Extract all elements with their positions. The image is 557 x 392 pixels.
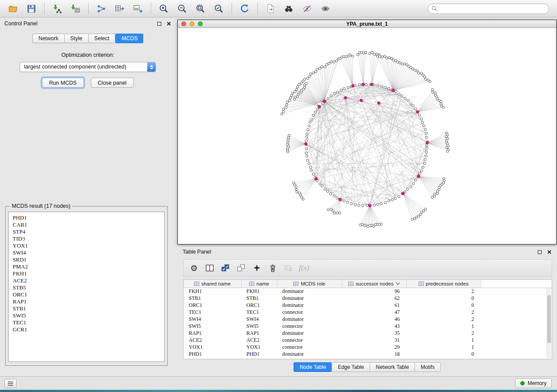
network-node[interactable] [282,111,284,113]
mcds-result-item[interactable]: ORC1 [13,291,160,298]
network-node[interactable] [426,144,428,146]
network-node[interactable] [415,179,417,181]
network-node[interactable] [420,170,422,172]
table-row[interactable]: ACE2ACE2connector311 [183,337,552,344]
optimization-criterion-select[interactable]: largest connected component (undirected) [20,62,156,72]
network-node[interactable] [347,86,349,89]
network-node[interactable] [421,121,423,124]
import-table-button[interactable] [67,1,84,16]
network-node[interactable] [330,61,332,63]
network-node[interactable] [304,78,306,80]
mcds-result-item[interactable]: PHD1 [13,214,160,221]
memory-button[interactable]: Memory [515,378,552,388]
table-row[interactable]: STB1STB1dominator620 [183,295,552,302]
network-node[interactable] [354,203,356,206]
table-scrollbar[interactable] [547,288,551,358]
network-node[interactable] [425,155,427,157]
table-row[interactable]: ORC1ORC1dominator610 [183,302,552,309]
network-node[interactable] [350,203,353,205]
table-settings-button[interactable]: ⚙ [187,261,201,275]
network-node[interactable] [446,150,449,152]
network-node[interactable] [380,203,382,205]
mcds-result-item[interactable]: SWI5 [13,312,160,319]
network-node[interactable] [339,212,341,214]
network-node[interactable] [321,185,323,187]
network-node[interactable] [388,200,390,202]
network-hub-node[interactable] [377,102,380,104]
network-node[interactable] [330,95,332,97]
tab-mcds[interactable]: MCDS [115,34,143,43]
network-node[interactable] [377,203,379,205]
mcds-result-item[interactable]: STB5 [13,284,160,291]
network-hub-node[interactable] [339,198,341,201]
network-node[interactable] [305,140,307,142]
network-node[interactable] [305,136,308,138]
tab-select[interactable]: Select [88,34,116,43]
mcds-result-item[interactable]: ACE2 [13,277,160,284]
network-node[interactable] [298,192,301,194]
network-node[interactable] [295,88,298,90]
network-node[interactable] [424,158,426,161]
network-node[interactable] [336,60,338,62]
network-node[interactable] [362,204,364,206]
network-node[interactable] [333,212,336,214]
network-node[interactable] [303,86,305,89]
column-header-predecessor-nodes[interactable]: predecessor nodes [406,280,481,288]
network-node[interactable] [384,55,386,57]
import-network-button[interactable] [48,1,66,16]
zoom-in-button[interactable] [155,1,173,16]
network-node[interactable] [423,125,425,127]
network-hub-node[interactable] [426,141,429,144]
network-node[interactable] [374,53,376,55]
column-header-successor-nodes[interactable]: successor nodes [342,280,406,288]
table-row[interactable]: TEC1TEC1connector472 [183,309,552,316]
network-node[interactable] [419,172,421,175]
network-node[interactable] [311,118,313,120]
network-node[interactable] [384,202,387,204]
network-node[interactable] [421,211,423,213]
network-node[interactable] [306,155,308,157]
network-node[interactable] [340,89,342,91]
network-node[interactable] [336,197,338,199]
network-node[interactable] [429,80,431,83]
network-node[interactable] [420,118,422,120]
network-node[interactable] [422,166,424,168]
network-node[interactable] [436,192,438,194]
panel-menu-button[interactable] [4,379,17,388]
network-node[interactable] [374,204,376,206]
delete-column-button[interactable] [266,261,280,275]
network-node[interactable] [300,82,302,84]
network-node[interactable] [423,76,426,78]
network-node[interactable] [312,114,314,116]
network-node[interactable] [376,55,378,57]
network-node[interactable] [306,133,308,135]
column-header-mcds-role[interactable]: MCDS role [277,280,342,288]
network-node[interactable] [356,53,359,55]
mcds-result-item[interactable]: YOX1 [13,242,160,249]
mcds-result-item[interactable]: TEC1 [13,319,160,326]
network-node[interactable] [401,95,403,97]
network-node[interactable] [280,113,283,115]
network-node[interactable] [423,162,426,164]
network-node[interactable] [358,204,360,206]
mcds-result-item[interactable]: FKH1 [13,270,160,277]
float-panel-icon[interactable] [157,22,161,26]
network-hub-node[interactable] [360,99,363,102]
network-node[interactable] [394,197,396,199]
network-node[interactable] [387,87,390,89]
network-node[interactable] [432,91,434,93]
network-node[interactable] [371,51,373,53]
network-hub-node[interactable] [352,84,354,87]
network-node[interactable] [416,70,418,72]
network-node[interactable] [426,151,428,153]
network-node[interactable] [358,83,360,86]
search-field[interactable] [428,3,549,14]
network-node[interactable] [364,51,367,53]
network-node[interactable] [407,100,409,102]
mcds-result-item[interactable]: TID3 [13,235,160,242]
mcds-result-item[interactable]: CAR1 [13,221,160,228]
network-node[interactable] [286,101,288,103]
network-node[interactable] [366,204,368,206]
network-node[interactable] [426,136,428,138]
network-node[interactable] [286,103,288,106]
